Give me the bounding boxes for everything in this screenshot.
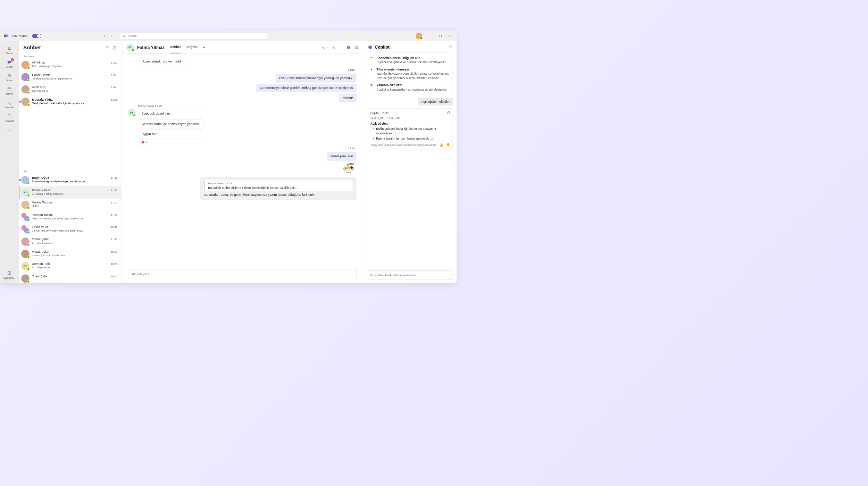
msg-out: Muhteşem olur! [327,152,356,161]
chat-list-item[interactable]: Hande Rahman11:02Haha! [19,198,121,210]
pinned-section-label: Sabitlendi [19,53,121,59]
chat-list-item[interactable]: FYFatma Yılmaz11:40Bu arada, Fatma, belg… [19,186,121,198]
window-maximize-button[interactable] [437,33,444,39]
unread-badge: 2 [10,58,14,61]
msg-in: Gelecek hafta için rezervasyon yaparım. [138,119,203,128]
nav-back-button[interactable] [101,33,108,39]
copilot-close-button[interactable] [449,45,452,49]
brand-label: Yeni Teams [11,34,27,37]
chat-list-item[interactable]: Asım Kurt2 HazSiz: Harika iş! [19,83,121,95]
sender-avatar: FY [128,109,135,116]
rail-item-more[interactable]: ⋯ [2,126,16,135]
search-input[interactable] [127,34,265,37]
rail-item-chat[interactable]: Sohbet2 [2,58,16,70]
chat-name: Yusuf Çelik [32,274,47,278]
chat-list-item[interactable]: Engin Oğuz11:42Sorun olacağını düşünmüyo… [19,174,121,186]
add-people-button[interactable] [332,45,336,49]
chat-preview: Evet, kulağa güzel geliyor [32,65,117,68]
chat-list-item[interactable]: Murat Arslan10:29İncelediğiniz için teşe… [19,248,121,260]
svg-point-1 [7,35,8,36]
call-button[interactable] [322,45,328,49]
copilot-action-item: Fatma tasarımları son haline getirecek 3 [373,136,449,141]
copilot-tip: 〰Sohbetten önemli bilgileri alınCopilot … [370,56,450,64]
reaction-heart[interactable]: ❤️ 1 [140,140,149,144]
copilot-tip: ✦Tüm istemleri deneyinİstemler ihtiyacın… [370,67,450,80]
rail-item-call[interactable]: Aramalar [2,99,16,110]
svg-rect-25 [447,112,449,114]
more-options-icon[interactable]: ⋯ [407,33,413,39]
msg-in: Evet, çok güzel olur. [138,109,203,118]
chat-name: Murat Arslan [32,250,49,253]
chat-person-avatar[interactable]: FY [126,44,134,51]
copy-icon[interactable] [446,111,450,115]
avatar [21,98,30,106]
chat-panel: FY Fatma Yılmaz Sohbet Dosyalar + ⋯ Uzun… [122,41,363,283]
new-chat-icon[interactable] [112,45,117,50]
new-teams-toggle[interactable] [32,34,41,38]
rail-item-bell[interactable]: Etkinlik [2,44,16,56]
svg-point-2 [7,36,8,37]
chat-list-item[interactable]: Hatice Demir2 HazTamam. Daha sonra bilgi… [19,71,121,83]
copilot-toggle-icon[interactable] [347,45,351,49]
chat-list-item[interactable]: Emine Şahin11:40Ah, şimdi anladım. [19,235,121,248]
svg-rect-6 [440,35,442,37]
copilot-input[interactable] [367,270,453,280]
unread-dot [19,179,21,181]
chat-preview: Sorun olacağını düşünmüyorum. Şunu ger..… [32,179,117,183]
open-pane-icon[interactable] [354,45,358,49]
svg-rect-18 [113,47,116,49]
chat-list-item[interactable]: DFDerman Farlı10:20Siz: Teşekkürler. [19,260,121,272]
avatar [21,176,30,184]
tab-add[interactable]: + [203,41,205,53]
svg-point-10 [10,75,11,76]
chat-time: 11:00 [111,213,117,216]
rail-item-teams[interactable]: Teams [2,72,16,83]
copilot-response: Copilot10:35 14/03 Çar - 21/03 Cum Açık … [367,108,453,150]
chat-time: 10:29 [111,250,117,253]
filter-icon[interactable] [105,45,109,50]
window-minimize-button[interactable] [428,33,435,39]
tab-chat[interactable]: Sohbet [170,41,181,53]
chat-preview: Haha! [32,204,117,207]
compose-input[interactable] [128,269,357,279]
current-user-avatar[interactable] [416,33,422,39]
chat-list-item[interactable]: Zeliha ve Ali10:48Zeliha: Müşteriyi epey… [19,223,121,235]
calendar-icon [7,86,12,92]
copilot-logo-icon [368,45,373,50]
svg-point-19 [333,46,334,48]
msg-in: Uygun mu? [138,130,203,139]
chat-list-item[interactable]: Mustafa Yıldız11:40Tabii, önümüzdeki haf… [19,95,121,108]
avatar [21,200,30,209]
copilot-tip: 👁Yalnızca size özelCopilot'la konuştukla… [370,83,450,92]
thumbs-down-icon[interactable]: 👎 [446,143,450,147]
chat-preview: Zeliha: Müşteriyi epey memnun edeni söyl… [32,229,117,232]
chat-preview: İncelediğiniz için teşekkürler. [32,253,117,257]
search-input-wrap[interactable] [120,32,268,39]
chat-list-item[interactable]: Tasarım Takımı11:00Deniz: İnceleme çok g… [19,211,121,223]
reference-badge[interactable]: 1 [393,132,397,135]
chat-list-title: Sohbet [23,45,41,51]
quote-text: Bu sabah mühendislerle birlikte inceledi… [208,186,350,190]
chat-preview: Bu arada, Fatma, belgede... [32,192,117,195]
chat-more-icon[interactable]: ⋯ [340,45,343,49]
rail-item-file[interactable]: Dosyalar [2,112,16,124]
thumbs-up-icon[interactable]: 👍 [439,143,443,147]
chat-list-item[interactable]: Ali Yılmaz11:32Evet, kulağa güzel geliyo… [19,59,121,71]
nav-forward-button[interactable] [108,33,115,39]
apps-icon [7,270,12,276]
rail-item-apps[interactable]: Uygulama... [2,269,16,280]
messages-scroll[interactable]: Uzun süredir ara vermedik 11:10 Evet, uz… [122,54,363,267]
copilot-tips-card: 〰Sohbetten önemli bilgileri alınCopilot … [367,52,453,95]
chat-person-name: Fatma Yılmaz [137,45,165,50]
chat-name: Fatma Yılmaz [32,188,51,192]
chat-preview: Tabii, önümüzdeki hafta için bir şeyler … [32,102,117,105]
reference-badge[interactable]: 3 [430,137,434,141]
svg-line-4 [125,36,126,37]
rail-item-calendar[interactable]: Takvim [2,85,16,97]
chat-list-item[interactable]: Yusuf Çelik10:02 [19,272,121,283]
tab-files[interactable]: Dosyalar [186,41,198,53]
quoted-message: Fatma Yılmaz 11:05 Bu sabah mühendislerl… [200,177,356,200]
reference-badge[interactable]: 2 [398,132,402,135]
chat-time: 2 Haz [111,86,118,89]
window-close-button[interactable] [446,33,453,39]
